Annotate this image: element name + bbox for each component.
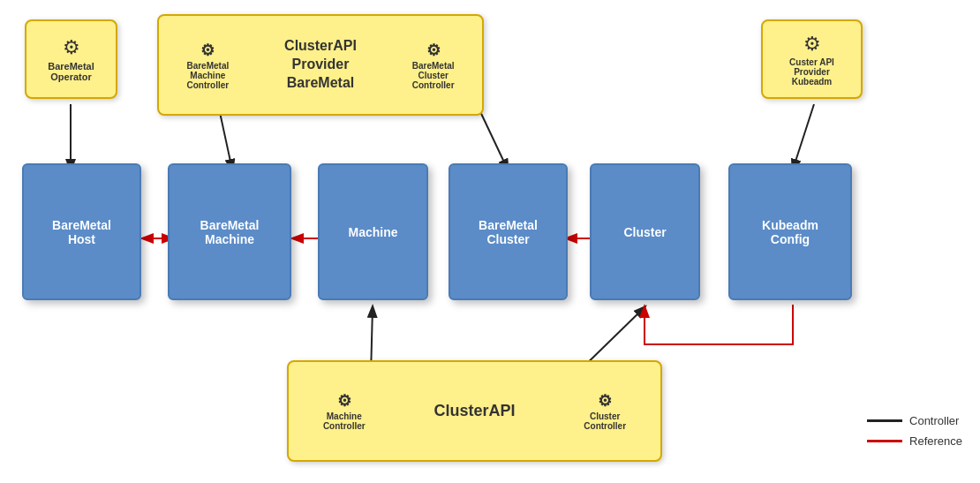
gear-icon: ⚙ [426,41,441,60]
gear-icon: ⚙ [63,36,80,59]
cluster-api-bottom-label: ClusterAPI [433,402,515,420]
reference-legend-label: Reference [909,434,962,448]
cluster-label: Cluster [623,225,666,239]
cluster-api-bottom-box: ⚙ MachineController ClusterAPI ⚙ Cluster… [287,360,662,462]
bare-metal-operator-label: BareMetalOperator [48,61,94,82]
bare-metal-operator-box: ⚙ BareMetalOperator [25,19,117,99]
controller-legend-label: Controller [909,414,959,427]
machine-controller-inner: ⚙ MachineController [323,391,366,431]
cluster-api-provider-kubeadm-label: Custer APIProviderKubeadm [789,57,834,87]
controller-line [867,419,902,422]
svg-line-3 [793,104,814,170]
baremetal-cluster-box: BareMetalCluster [449,163,568,300]
gear-icon: ⚙ [337,391,351,411]
baremetal-machine-label: BareMetalMachine [200,218,260,246]
baremetal-machine-controller-label: BareMetalMachineController [186,61,229,90]
baremetal-cluster-controller-inner: ⚙ BareMetalClusterController [412,41,455,90]
reference-line [867,440,902,442]
cluster-box: Cluster [590,163,700,300]
baremetal-cluster-controller-label: BareMetalClusterController [412,61,455,90]
cluster-controller-inner: ⚙ ClusterController [584,391,626,431]
gear-icon: ⚙ [598,391,612,411]
svg-line-2 [477,104,508,170]
legend-reference: Reference [867,434,962,448]
cluster-api-provider-kubeadm-box: ⚙ Custer APIProviderKubeadm [761,19,863,99]
baremetal-cluster-label: BareMetalCluster [479,218,538,246]
machine-label: Machine [348,225,397,239]
cluster-controller-label: ClusterController [584,411,626,431]
baremetal-machine-controller-inner: ⚙ BareMetalMachineController [186,41,229,90]
diagram-container: ⚙ BareMetalOperator ⚙ BareMetalMachineCo… [0,0,980,483]
gear-icon: ⚙ [803,33,821,56]
legend-controller: Controller [867,414,962,427]
legend: Controller Reference [867,414,962,448]
machine-controller-label: MachineController [323,411,366,431]
kubeadm-config-label: KubeadmConfig [762,218,818,246]
kubeadm-config-box: KubeadmConfig [728,163,852,300]
machine-box: Machine [318,163,428,300]
gear-icon: ⚙ [200,41,215,60]
baremetal-host-box: BareMetalHost [22,163,141,300]
baremetal-host-label: BareMetalHost [52,218,111,246]
cluster-api-provider-baremetal-label: ClusterAPIProviderBareMetal [284,37,357,92]
baremetal-machine-box: BareMetalMachine [168,163,291,300]
cluster-api-provider-baremetal-box: ⚙ BareMetalMachineController ClusterAPIP… [157,14,484,116]
